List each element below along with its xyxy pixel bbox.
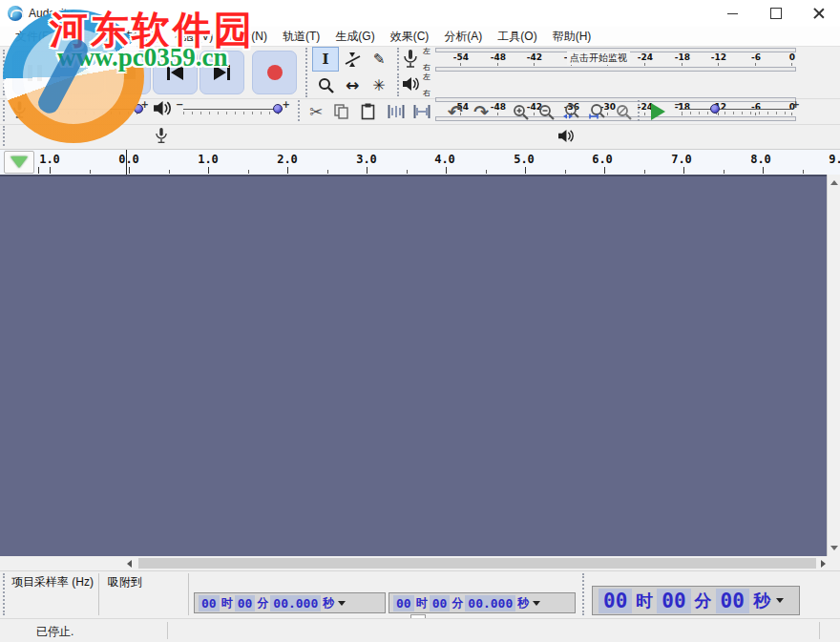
- toolbar-gripper[interactable]: [582, 573, 587, 615]
- playhead-cursor: [126, 150, 127, 175]
- minimize-icon: [727, 13, 738, 14]
- monitor-hint-text[interactable]: 点击开始监视: [567, 52, 630, 65]
- copy-button[interactable]: [329, 100, 354, 123]
- playback-volume-thumb[interactable]: [273, 104, 283, 114]
- menu-analyze[interactable]: 分析(A): [436, 27, 490, 47]
- silence-audio-button[interactable]: [410, 100, 434, 123]
- close-button[interactable]: [797, 0, 840, 27]
- maximize-button[interactable]: [754, 0, 797, 27]
- time-format-dropdown-icon[interactable]: [533, 601, 540, 606]
- skip-to-start-button[interactable]: [153, 51, 198, 94]
- horizontal-scrollbar-thumb[interactable]: [138, 558, 816, 569]
- menu-file[interactable]: 文件(F): [8, 27, 60, 47]
- timeline-ruler[interactable]: 1.00.01.0 2.03.04.0 5.06.07.0 8.09.0: [36, 149, 840, 175]
- playback-volume-speaker-icon: [153, 100, 171, 116]
- timeshift-tool-icon: ↔: [346, 75, 359, 94]
- silence-audio-icon: [413, 104, 430, 119]
- audacity-window: Audacity 文件(F) 编辑(E) 选择(S) 视图(V) 播录(N) 轨…: [0, 0, 840, 642]
- redo-button[interactable]: ↷: [469, 100, 494, 123]
- menu-help[interactable]: 帮助(H): [545, 27, 599, 47]
- trim-audio-button[interactable]: [384, 100, 409, 123]
- cut-button[interactable]: ✂: [304, 100, 328, 123]
- multi-tool-button[interactable]: ✳: [366, 72, 392, 97]
- zoom-selection-button[interactable]: [559, 100, 584, 123]
- timeshift-tool-button[interactable]: ↔: [339, 72, 366, 97]
- cut-icon: ✂: [309, 102, 323, 121]
- pause-button[interactable]: [12, 51, 57, 94]
- recording-device-mic-icon: [156, 128, 167, 144]
- recording-volume-thumb[interactable]: [134, 104, 143, 114]
- toolbar-gripper[interactable]: [3, 126, 8, 146]
- skip-to-end-button[interactable]: [200, 51, 244, 94]
- vertical-scrollbar[interactable]: [827, 175, 840, 556]
- selection-tool-button[interactable]: I: [312, 47, 339, 72]
- slider-ticks: [183, 112, 283, 114]
- separator: [98, 573, 99, 615]
- zoom-toggle-button[interactable]: [611, 100, 636, 123]
- selection-start-time[interactable]: 00 时 00 分 00.000 秒: [194, 592, 386, 613]
- zoom-out-button[interactable]: [534, 100, 558, 123]
- menu-edit[interactable]: 编辑(E): [60, 27, 114, 47]
- toolbar-gripper[interactable]: [3, 573, 8, 615]
- scroll-right-icon[interactable]: [821, 560, 826, 568]
- menu-transport[interactable]: 播录(N): [220, 27, 275, 47]
- track-canvas[interactable]: [0, 175, 827, 556]
- project-rate-label: 项目采样率 (Hz): [11, 574, 94, 590]
- toolbar-gripper[interactable]: [305, 48, 310, 97]
- play-at-speed-button[interactable]: [645, 100, 670, 123]
- menu-tracks[interactable]: 轨道(T): [275, 27, 327, 47]
- scroll-down-icon[interactable]: [830, 546, 838, 550]
- pause-icon: [28, 65, 42, 81]
- zoom-out-icon: [538, 104, 555, 120]
- slider-track: [42, 109, 141, 110]
- playback-speed-thumb[interactable]: [710, 104, 720, 114]
- status-text: 已停止.: [36, 624, 74, 640]
- toolbar-gripper[interactable]: [638, 100, 642, 121]
- recording-meter[interactable]: -54-48-42 -36-30-24 -18-12-6 0 点击开始监视: [435, 48, 798, 72]
- ruler-major-ticks: [36, 167, 840, 174]
- separator: [167, 622, 168, 639]
- scroll-up-icon[interactable]: [830, 180, 838, 185]
- zoom-tool-button[interactable]: [312, 72, 339, 97]
- minimize-button[interactable]: [711, 0, 754, 27]
- menu-tools[interactable]: 工具(O): [490, 27, 544, 47]
- playback-speed-slider[interactable]: − +: [674, 101, 800, 118]
- play-button[interactable]: [59, 51, 104, 94]
- scroll-left-icon[interactable]: [127, 560, 132, 568]
- record-icon: [267, 65, 283, 80]
- menu-generate[interactable]: 生成(G): [327, 27, 382, 47]
- undo-button[interactable]: ↶: [443, 100, 468, 123]
- toolbar-gripper[interactable]: [298, 100, 303, 121]
- time-format-dropdown-icon[interactable]: [776, 598, 784, 603]
- menu-select[interactable]: 选择(S): [114, 27, 167, 47]
- skip-to-start-icon: [167, 65, 183, 80]
- paste-icon: [361, 103, 375, 120]
- play-icon: [74, 63, 91, 82]
- menu-effect[interactable]: 效果(C): [383, 27, 437, 47]
- toolbar-gripper[interactable]: [397, 48, 402, 71]
- fit-project-button[interactable]: [585, 100, 610, 123]
- zoom-in-button[interactable]: [508, 100, 533, 123]
- playback-volume-slider[interactable]: − +: [176, 101, 290, 118]
- paste-button[interactable]: [355, 100, 380, 123]
- recording-volume-slider[interactable]: − +: [34, 101, 149, 118]
- envelope-tool-button[interactable]: [339, 47, 366, 72]
- record-button[interactable]: [252, 51, 297, 94]
- draw-tool-button[interactable]: ✎: [366, 47, 392, 72]
- toolbar-dock-row3: [0, 124, 840, 150]
- toolbar-gripper[interactable]: [3, 100, 8, 121]
- playback-meter-speaker-icon: [402, 76, 419, 92]
- slider-track: [682, 109, 792, 110]
- time-format-dropdown-icon[interactable]: [338, 601, 346, 606]
- toolbar-gripper[interactable]: [3, 50, 8, 95]
- menu-view[interactable]: 视图(V): [167, 27, 220, 47]
- audio-position-time[interactable]: 00 时 00 分 00 秒: [592, 586, 800, 615]
- undo-icon: ↶: [448, 101, 463, 122]
- selection-end-time[interactable]: 00 时 00 分 00.000 秒: [388, 592, 576, 613]
- horizontal-scrollbar[interactable]: [0, 556, 840, 570]
- timeline-pin-button[interactable]: [4, 151, 34, 174]
- slider-ticks: [682, 112, 792, 114]
- draw-tool-icon: ✎: [373, 51, 386, 68]
- stop-button[interactable]: [106, 51, 151, 94]
- menu-bar: 文件(F) 编辑(E) 选择(S) 视图(V) 播录(N) 轨道(T) 生成(G…: [0, 27, 840, 46]
